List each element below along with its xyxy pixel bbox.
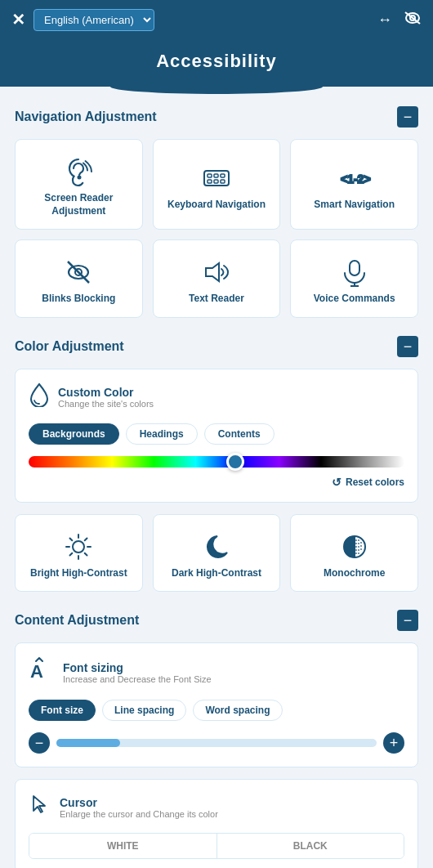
svg-marker-15 bbox=[206, 263, 219, 281]
bright-high-contrast-card[interactable]: Bright High-Contrast bbox=[15, 514, 143, 593]
microphone-icon bbox=[337, 255, 372, 293]
navigation-feature-grid: Screen ReaderAdjustment Keyboard Naviga bbox=[15, 139, 418, 318]
svg-text:A: A bbox=[30, 661, 43, 682]
headings-tab[interactable]: Headings bbox=[126, 423, 198, 445]
contents-tab[interactable]: Contents bbox=[204, 423, 275, 445]
word-spacing-tab[interactable]: Word spacing bbox=[193, 700, 282, 721]
font-size-slider-fill bbox=[56, 739, 120, 747]
navigation-collapse-button[interactable]: − bbox=[397, 106, 418, 128]
moon-icon bbox=[199, 530, 234, 567]
svg-text:<1-2>: <1-2> bbox=[341, 172, 371, 186]
svg-line-24 bbox=[70, 538, 73, 540]
top-bar-right: ↔ bbox=[377, 11, 422, 29]
voice-commands-label: Voice Commands bbox=[314, 293, 395, 306]
text-reader-card[interactable]: Text Reader bbox=[153, 239, 281, 318]
cursor-white-option[interactable]: WHITE bbox=[29, 834, 217, 858]
custom-color-title: Custom Color bbox=[58, 386, 154, 399]
monochrome-label: Monochrome bbox=[324, 567, 385, 580]
svg-line-25 bbox=[85, 553, 87, 555]
cursor-black-option[interactable]: BLACK bbox=[217, 834, 404, 858]
svg-point-3 bbox=[78, 177, 81, 179]
svg-point-19 bbox=[73, 541, 84, 553]
content-collapse-button[interactable]: − bbox=[397, 610, 418, 631]
top-bar-left: ✕ English (American) bbox=[11, 9, 154, 31]
svg-rect-10 bbox=[221, 180, 225, 183]
content-section: Content Adjustment − A Font sizing Incre… bbox=[15, 610, 418, 868]
custom-color-header: Custom Color Change the site's colors bbox=[29, 383, 404, 412]
backgrounds-tab[interactable]: Backgrounds bbox=[29, 423, 119, 445]
font-sizing-icon: A bbox=[29, 656, 55, 688]
smart-nav-label: Smart Navigation bbox=[314, 199, 395, 212]
svg-rect-5 bbox=[208, 174, 212, 177]
color-section: Color Adjustment − Custom Color Change t… bbox=[15, 336, 418, 593]
font-sizing-title: Font sizing bbox=[63, 661, 212, 674]
svg-rect-16 bbox=[350, 261, 359, 275]
sun-icon bbox=[61, 530, 96, 567]
svg-rect-7 bbox=[221, 174, 225, 177]
svg-line-27 bbox=[70, 553, 73, 555]
svg-line-14 bbox=[68, 262, 89, 283]
navigation-section-title: Navigation Adjustment bbox=[15, 110, 157, 124]
page-title: Accessibility bbox=[0, 51, 433, 72]
line-spacing-tab[interactable]: Line spacing bbox=[102, 700, 186, 721]
monochrome-card[interactable]: Monochrome bbox=[290, 514, 418, 593]
cursor-icon bbox=[29, 793, 51, 821]
custom-color-subtitle: Change the site's colors bbox=[58, 399, 154, 409]
svg-rect-6 bbox=[214, 174, 218, 177]
font-size-increase-button[interactable]: + bbox=[383, 732, 404, 754]
title-banner: Accessibility bbox=[0, 39, 433, 87]
font-tab-row: Font size Line spacing Word spacing bbox=[29, 700, 404, 721]
main-content: Navigation Adjustment − Screen ReaderAdj… bbox=[0, 87, 433, 868]
color-section-title: Color Adjustment bbox=[15, 339, 124, 354]
navigation-section: Navigation Adjustment − Screen ReaderAdj… bbox=[15, 106, 418, 318]
dark-high-contrast-label: Dark High-Contrast bbox=[172, 567, 261, 580]
navigation-section-header: Navigation Adjustment − bbox=[15, 106, 418, 128]
nav-arrows-icon: <1-2> bbox=[337, 161, 372, 199]
smart-nav-card[interactable]: <1-2> Smart Navigation bbox=[290, 139, 418, 230]
font-size-slider-track[interactable] bbox=[56, 739, 377, 747]
font-sizing-subtitle: Increase and Decrease the Font Size bbox=[63, 674, 212, 684]
keyboard-nav-label: Keyboard Navigation bbox=[167, 199, 266, 212]
speaker-icon bbox=[199, 255, 234, 293]
svg-rect-9 bbox=[214, 180, 218, 183]
ear-icon bbox=[61, 154, 96, 192]
cursor-options: WHITE BLACK bbox=[29, 833, 404, 859]
water-drop-icon bbox=[29, 383, 50, 412]
color-slider-thumb[interactable] bbox=[226, 453, 244, 471]
eye-crossed-icon bbox=[61, 255, 96, 293]
cursor-box: Cursor Enlarge the cursor and Change its… bbox=[15, 779, 418, 868]
color-slider-wrap bbox=[29, 456, 404, 468]
color-collapse-button[interactable]: − bbox=[397, 336, 418, 357]
svg-line-26 bbox=[85, 538, 87, 540]
font-size-decrease-button[interactable]: − bbox=[29, 732, 50, 754]
color-tab-row: Backgrounds Headings Contents bbox=[29, 423, 404, 445]
cursor-header: Cursor Enlarge the cursor and Change its… bbox=[29, 793, 404, 821]
eye-slash-icon[interactable] bbox=[404, 11, 422, 29]
half-circle-icon bbox=[337, 530, 372, 567]
custom-color-box: Custom Color Change the site's colors Ba… bbox=[15, 369, 418, 503]
font-sizing-box: A Font sizing Increase and Decrease the … bbox=[15, 642, 418, 767]
color-section-header: Color Adjustment − bbox=[15, 336, 418, 357]
blinks-blocking-card[interactable]: Blinks Blocking bbox=[15, 239, 143, 318]
top-bar: ✕ English (American) ↔ bbox=[0, 0, 433, 39]
language-select[interactable]: English (American) bbox=[33, 9, 154, 31]
keyboard-icon bbox=[199, 161, 234, 199]
text-reader-label: Text Reader bbox=[189, 293, 244, 306]
content-section-title: Content Adjustment bbox=[15, 613, 139, 628]
screen-reader-label: Screen ReaderAdjustment bbox=[44, 192, 113, 217]
screen-reader-card[interactable]: Screen ReaderAdjustment bbox=[15, 139, 143, 230]
font-size-control: − + bbox=[29, 732, 404, 754]
keyboard-nav-card[interactable]: Keyboard Navigation bbox=[153, 139, 281, 230]
font-size-tab[interactable]: Font size bbox=[29, 700, 96, 721]
cursor-title: Cursor bbox=[60, 796, 218, 809]
resize-icon[interactable]: ↔ bbox=[377, 11, 392, 29]
reset-icon: ↺ bbox=[332, 476, 341, 489]
dark-high-contrast-card[interactable]: Dark High-Contrast bbox=[153, 514, 281, 593]
close-button[interactable]: ✕ bbox=[11, 11, 25, 28]
content-section-header: Content Adjustment − bbox=[15, 610, 418, 631]
color-feature-grid: Bright High-Contrast Dark High-Contrast bbox=[15, 514, 418, 593]
color-gradient-bar[interactable] bbox=[29, 456, 404, 468]
voice-commands-card[interactable]: Voice Commands bbox=[290, 239, 418, 318]
cursor-subtitle: Enlarge the cursor and Change its color bbox=[60, 809, 218, 819]
reset-colors-button[interactable]: ↺ Reset colors bbox=[29, 476, 404, 489]
